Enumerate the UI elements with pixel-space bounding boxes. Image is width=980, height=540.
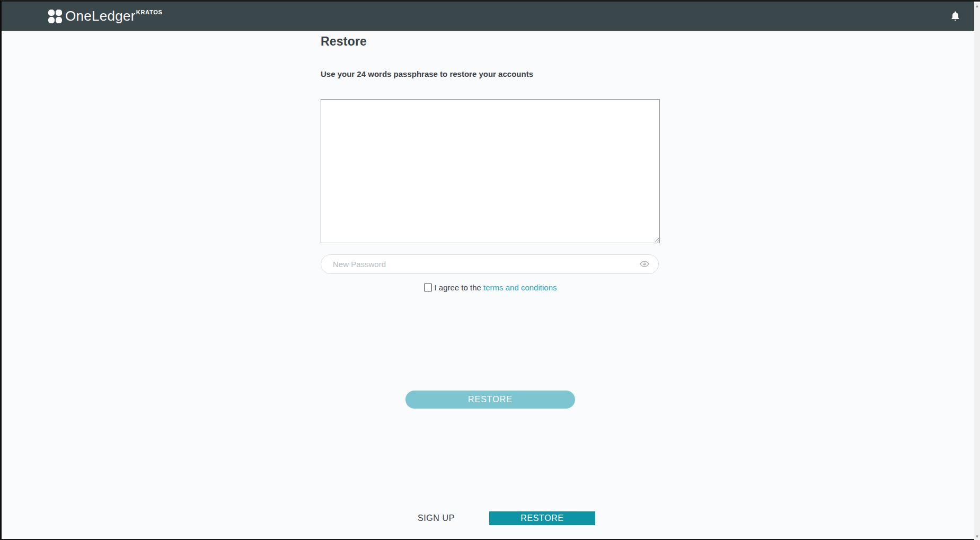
terms-agreement-row: I agree to the terms and conditions — [321, 281, 660, 293]
oneledger-logo[interactable]: OneLedger KRATOS — [48, 8, 162, 24]
vertical-scrollbar[interactable]: ▲ ▼ — [974, 3, 980, 540]
oneledger-logo-mark-icon — [48, 10, 62, 23]
top-header-bar: OneLedger KRATOS — [2, 2, 974, 31]
footer-restore-button[interactable]: RESTORE — [489, 511, 595, 525]
new-password-input[interactable] — [321, 255, 639, 273]
app-window: OneLedger KRATOS ▲ ▼ Restore Use your 24… — [0, 0, 980, 540]
terms-checkbox[interactable] — [424, 284, 432, 291]
logo-kratos-superscript: KRATOS — [136, 9, 163, 15]
logo-part-one: One — [65, 8, 92, 24]
show-password-eye-icon[interactable] — [639, 260, 650, 269]
terms-and-conditions-link[interactable]: terms and conditions — [483, 283, 557, 292]
footer-sign-up-button[interactable]: SIGN UP — [383, 511, 489, 525]
footer-navigation: SIGN UP RESTORE — [383, 511, 595, 525]
page-title: Restore — [321, 34, 367, 49]
logo-wordmark: OneLedger — [65, 8, 136, 24]
notification-bell-icon[interactable] — [950, 11, 960, 22]
logo-part-ledger: Ledger — [92, 8, 136, 24]
page-subtitle: Use your 24 words passphrase to restore … — [321, 69, 533, 78]
restore-primary-button[interactable]: RESTORE — [405, 391, 575, 409]
scrollbar-down-arrow-icon[interactable]: ▼ — [974, 534, 980, 540]
terms-label: I agree to the — [435, 283, 481, 292]
passphrase-textarea[interactable] — [321, 99, 660, 243]
scrollbar-up-arrow-icon[interactable]: ▲ — [974, 3, 980, 10]
new-password-field-container — [321, 254, 659, 274]
